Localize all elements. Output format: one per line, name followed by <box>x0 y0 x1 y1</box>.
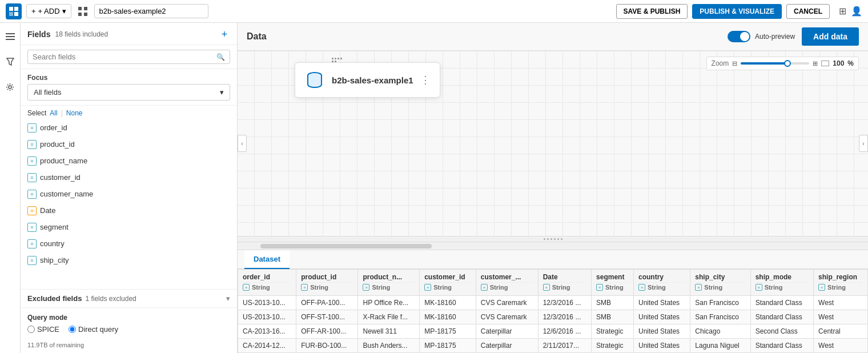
table-cell: Strategic <box>592 324 634 339</box>
auto-preview-switch[interactable] <box>728 31 750 42</box>
auto-preview-toggle: Auto-preview <box>728 31 795 42</box>
select-label: Select <box>27 109 46 117</box>
scroll-left-button[interactable]: ‹ <box>238 135 247 152</box>
field-item[interactable]: ≡ product_id ⋮ <box>23 136 235 153</box>
excluded-count: 1 fields excluded <box>85 295 136 303</box>
col-name: country <box>638 273 685 281</box>
field-item[interactable]: ≡ customer_name ⋮ <box>23 186 235 202</box>
select-none-link[interactable]: None <box>66 109 83 117</box>
publish-visualize-button[interactable]: PUBLISH & VISUALIZE <box>692 4 782 19</box>
scrollbar-thumb[interactable] <box>260 244 432 248</box>
svg-rect-5 <box>84 7 87 10</box>
field-item[interactable]: ≡ product_name ⋮ <box>23 153 235 169</box>
dataset-title-input[interactable] <box>94 4 208 18</box>
plus-icon: + <box>31 7 36 15</box>
table-cell: CA-2014-12... <box>238 339 296 353</box>
table-header: country ≡ String <box>634 270 690 296</box>
field-item[interactable]: ≡ Date ⋮ <box>23 202 235 219</box>
zoom-out-icon[interactable]: ⊟ <box>732 60 737 67</box>
focus-select[interactable]: All fields ▾ <box>27 84 230 101</box>
type-icon: ≡ <box>818 284 825 291</box>
spice-radio-option[interactable]: SPICE <box>27 325 59 334</box>
table-cell: SMB <box>592 296 634 310</box>
col-name: customer_... <box>481 273 533 281</box>
col-type-label: String <box>552 284 570 291</box>
table-cell: Newell 311 <box>358 324 420 339</box>
table-cell: OFF-ST-100... <box>296 310 358 324</box>
dataset-tab[interactable]: Dataset <box>244 250 290 269</box>
user-icon[interactable]: 👤 <box>851 6 862 17</box>
svg-rect-4 <box>78 7 82 10</box>
table-header: order_id ≡ String <box>238 270 296 296</box>
direct-query-label: Direct query <box>78 325 118 334</box>
filter-icon[interactable] <box>2 54 18 70</box>
zoom-slider[interactable] <box>741 62 809 65</box>
focus-section: Focus All fields ▾ <box>21 69 237 106</box>
canvas-area: Zoom ⊟ ⊞ 100 % <box>238 51 868 236</box>
table-cell: West <box>814 339 868 353</box>
resize-handle[interactable] <box>238 236 868 242</box>
direct-query-radio[interactable] <box>69 326 76 333</box>
scroll-right-button[interactable]: › <box>859 135 868 152</box>
select-all-link[interactable]: All <box>50 109 57 117</box>
field-type-icon: ≡ <box>27 256 37 265</box>
search-input[interactable] <box>33 53 213 61</box>
table-cell: SMB <box>592 310 634 324</box>
data-title: Data <box>247 31 721 42</box>
direct-query-radio-option[interactable]: Direct query <box>69 325 118 334</box>
query-mode-section: Query mode SPICE Direct query <box>21 307 237 339</box>
datasource-node[interactable]: b2b-sales-example1 ⋮ <box>295 62 440 98</box>
table-cell: Caterpillar <box>476 324 538 339</box>
field-item[interactable]: ≡ order_id ⋮ <box>23 119 235 136</box>
field-name: customer_id <box>40 173 215 182</box>
fields-title: Fields <box>27 30 50 39</box>
table-cell: United States <box>634 310 690 324</box>
drag-handle-top <box>332 58 342 62</box>
zoom-label: Zoom <box>712 59 729 67</box>
col-type: ≡ String <box>243 282 291 292</box>
dataset-table: order_id ≡ String product_id ≡ String pr… <box>238 269 868 353</box>
datasource-menu-icon[interactable]: ⋮ <box>420 74 431 86</box>
field-type-icon: ≡ <box>27 123 37 133</box>
field-item[interactable]: ≡ segment ⋮ <box>23 219 235 235</box>
table-cell: CVS Caremark <box>476 310 538 324</box>
datasource-name: b2b-sales-example1 <box>332 75 413 85</box>
col-type: ≡ String <box>543 282 586 292</box>
type-icon: ≡ <box>363 284 369 291</box>
add-button[interactable]: + + ADD ▾ <box>26 4 71 18</box>
zoom-in-icon[interactable]: ⊞ <box>813 60 818 67</box>
add-data-button[interactable]: Add data <box>802 27 859 46</box>
svg-rect-9 <box>6 36 15 37</box>
canvas-horizontal-scrollbar[interactable] <box>238 242 868 250</box>
table-cell: West <box>814 310 868 324</box>
col-type: ≡ String <box>363 282 415 292</box>
table-cell: West <box>814 296 868 310</box>
grid-icon[interactable] <box>76 5 90 18</box>
svg-rect-1 <box>14 7 18 11</box>
table-row: US-2013-10...OFF-PA-100...HP Office Re..… <box>238 296 868 310</box>
dataset-section: Dataset order_id ≡ String product_id ≡ S… <box>238 250 868 353</box>
field-item[interactable]: ≡ ship_city ⋮ <box>23 252 235 268</box>
table-cell: 12/3/2016 ... <box>538 310 591 324</box>
save-publish-button[interactable]: SAVE & PUBLISH <box>616 4 688 19</box>
table-cell: United States <box>634 324 690 339</box>
table-cell: 12/6/2016 ... <box>538 324 591 339</box>
field-item[interactable]: ≡ country ⋮ <box>23 235 235 252</box>
add-field-button[interactable]: + <box>219 29 230 40</box>
excluded-fields-section[interactable]: Excluded fields 1 fields excluded ▾ <box>21 289 237 307</box>
col-name: Date <box>543 273 586 281</box>
cancel-button[interactable]: CANCEL <box>786 4 830 19</box>
col-type: ≡ String <box>818 282 863 292</box>
right-panel: Data Auto-preview Add data Zoom ⊟ ⊞ <box>238 23 868 353</box>
col-type: ≡ String <box>756 282 809 292</box>
table-header: product_n... ≡ String <box>358 270 420 296</box>
menu-icon[interactable] <box>2 29 18 45</box>
field-item[interactable]: ≡ customer_id ⋮ <box>23 169 235 186</box>
table-cell: US-2013-10... <box>238 310 296 324</box>
settings-icon[interactable] <box>2 79 18 95</box>
spice-radio[interactable] <box>27 326 35 333</box>
field-type-icon: ≡ <box>27 157 37 166</box>
sliders-icon[interactable]: ⊞ <box>839 6 846 17</box>
table-cell: Bush Anders... <box>358 339 420 353</box>
zoom-fit-icon[interactable] <box>821 61 829 66</box>
